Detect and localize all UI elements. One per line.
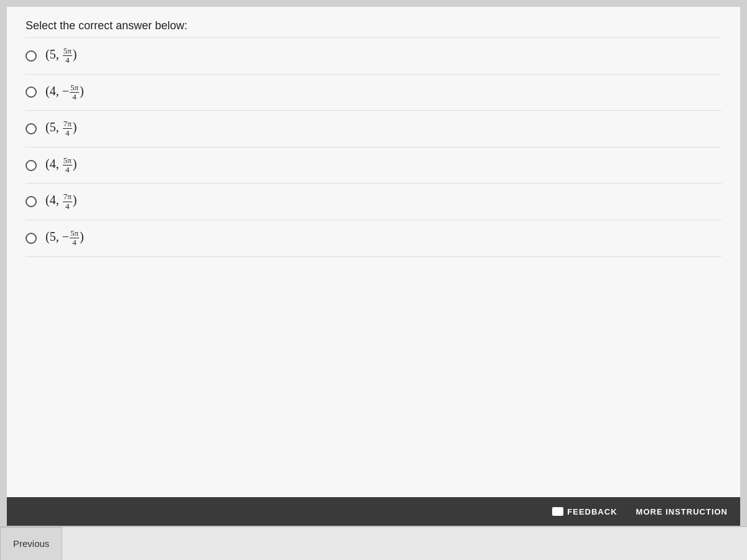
fraction-5: 7π4 [63,192,72,211]
radio-5[interactable] [26,196,37,207]
previous-label: Previous [13,538,49,549]
fraction-3: 7π4 [63,119,72,138]
option-label-1: (5, 5π4) [45,47,77,65]
option-label-2: (4, −5π4) [45,83,84,102]
question-area: Select the correct answer below: (5, 5π4… [7,7,740,497]
feedback-button[interactable]: FEEDBACK [552,507,617,516]
option-item-2[interactable]: (4, −5π4) [26,75,721,111]
radio-3[interactable] [26,123,37,134]
fraction-4: 5π4 [63,156,72,175]
more-instruction-button[interactable]: MORE INSTRUCTION [636,507,728,516]
feedback-label: FEEDBACK [567,507,617,516]
radio-1[interactable] [26,50,37,62]
option-item-1[interactable]: (5, 5π4) [26,37,721,75]
more-instruction-label: MORE INSTRUCTION [636,507,728,516]
bottom-nav: Previous [0,526,747,560]
option-label-4: (4, 5π4) [45,156,77,175]
option-item-4[interactable]: (4, 5π4) [26,147,721,184]
option-item-5[interactable]: (4, 7π4) [26,184,721,220]
bottom-bar: FEEDBACK MORE INSTRUCTION [7,497,740,526]
fraction-1: 5π4 [63,47,72,65]
radio-6[interactable] [26,233,37,244]
option-label-5: (4, 7π4) [45,192,77,211]
option-item-6[interactable]: (5, −5π4) [26,220,721,257]
option-item-3[interactable]: (5, 7π4) [26,111,721,147]
fraction-6: 5π4 [70,229,79,248]
question-title: Select the correct answer below: [26,19,721,32]
radio-2[interactable] [26,86,37,98]
feedback-icon [552,507,563,516]
options-list: (5, 5π4) (4, −5π4) (5, 7π4) [26,37,721,257]
previous-button[interactable]: Previous [0,527,62,561]
option-label-3: (5, 7π4) [45,119,77,138]
radio-4[interactable] [26,160,37,171]
option-label-6: (5, −5π4) [45,229,84,248]
main-content: Select the correct answer below: (5, 5π4… [6,6,741,526]
fraction-2: 5π4 [70,83,79,102]
